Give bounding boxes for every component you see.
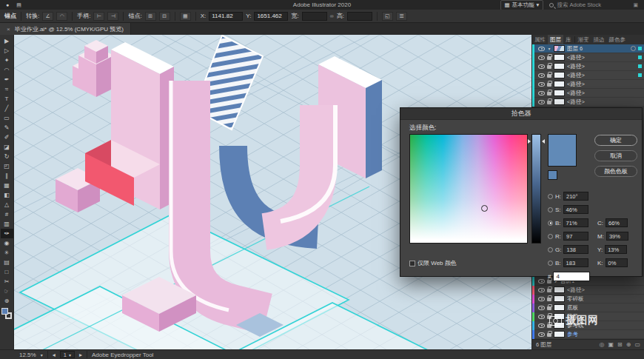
- layer-row[interactable]: <路径>: [532, 286, 644, 295]
- visibility-eye-icon[interactable]: [538, 73, 545, 78]
- hide-handles-button[interactable]: ⊣: [107, 12, 118, 21]
- b-rgb-value-field[interactable]: 183: [563, 258, 588, 267]
- layer-name[interactable]: <路径>: [567, 72, 636, 79]
- fill-swatch[interactable]: [1, 308, 8, 315]
- dialog-title[interactable]: 拾色器: [400, 108, 642, 120]
- visibility-eye-icon[interactable]: [538, 64, 545, 69]
- artboard-tool[interactable]: □: [1, 267, 13, 277]
- lasso-tool[interactable]: ◠: [1, 65, 13, 75]
- target-circle-icon[interactable]: [631, 46, 636, 51]
- lock-icon[interactable]: [547, 74, 551, 78]
- expand-chevron-icon[interactable]: ▾: [547, 46, 551, 51]
- layer-row[interactable]: <路径>: [532, 80, 644, 89]
- hex-input[interactable]: 4: [553, 272, 590, 281]
- tab-color-guide[interactable]: 颜色参: [607, 35, 628, 44]
- transform-icon[interactable]: ◱: [382, 12, 393, 21]
- layer-name[interactable]: <路径>: [567, 81, 642, 88]
- visibility-eye-icon[interactable]: [538, 279, 545, 283]
- next-artboard-icon[interactable]: ▸: [79, 352, 82, 358]
- width-tool[interactable]: ∥: [1, 171, 13, 181]
- pencil-tool[interactable]: ✐: [1, 132, 13, 142]
- app-home-icon[interactable]: ▣: [633, 2, 638, 8]
- visibility-eye-icon[interactable]: [538, 100, 545, 104]
- layer-row[interactable]: <路径>: [532, 98, 644, 107]
- zoom-chevron-icon[interactable]: ▾: [41, 352, 43, 358]
- current-tool-indicator[interactable]: Adobe Eyedropper Tool: [92, 352, 153, 358]
- paintbrush-tool[interactable]: ✎: [1, 123, 13, 132]
- layer-row[interactable]: <路径>: [532, 89, 644, 98]
- fill-stroke-swatches[interactable]: [1, 308, 12, 319]
- slider-marker-right-icon[interactable]: [542, 139, 545, 144]
- symbol-sprayer-tool[interactable]: ✳: [1, 248, 13, 258]
- layer-name[interactable]: 底板: [567, 304, 642, 312]
- document-tab[interactable]: × 毕业作业.ai* @ 12.5% (CMYK/GPU 预览): [0, 23, 131, 35]
- shape-builder-tool[interactable]: ◧: [1, 190, 13, 200]
- scale-tool[interactable]: ◰: [1, 161, 13, 171]
- layer-row[interactable]: ▾ 图层 6: [532, 44, 644, 53]
- eyedropper-tool[interactable]: ✑: [1, 229, 13, 238]
- h-radio[interactable]: [548, 194, 553, 199]
- lock-icon[interactable]: [547, 298, 551, 301]
- delete-layer-icon[interactable]: ▭: [634, 341, 640, 348]
- cancel-button[interactable]: 取消: [594, 150, 637, 161]
- selection-tool[interactable]: ▶: [1, 36, 13, 46]
- c-value-field[interactable]: 66%: [606, 218, 628, 227]
- layer-row[interactable]: <路径>: [532, 62, 644, 71]
- layer-row[interactable]: <路径>: [532, 53, 644, 62]
- lock-icon[interactable]: [547, 92, 551, 95]
- layer-row[interactable]: 底板: [532, 303, 644, 312]
- pen-tool[interactable]: ✒: [1, 75, 13, 84]
- visibility-eye-icon[interactable]: [538, 306, 545, 310]
- tab-properties[interactable]: 属性: [532, 35, 548, 44]
- zoom-tool[interactable]: ⊕: [1, 296, 13, 306]
- convert-corner-button[interactable]: ∠: [42, 12, 53, 21]
- add-anchor-button[interactable]: ⊞: [145, 12, 156, 21]
- ok-button[interactable]: 确定: [594, 135, 637, 146]
- new-sublayer-icon[interactable]: ⊞: [617, 341, 623, 348]
- visibility-eye-icon[interactable]: [538, 56, 545, 60]
- layer-name[interactable]: <路径>: [567, 286, 642, 294]
- layer-name[interactable]: <路径>: [567, 98, 642, 106]
- hand-tool[interactable]: ☞: [1, 286, 13, 296]
- lock-icon[interactable]: [547, 65, 551, 69]
- layer-row[interactable]: 零碎板: [532, 295, 644, 303]
- prev-artboard-icon[interactable]: ◂: [53, 352, 56, 358]
- g-radio[interactable]: [548, 247, 553, 252]
- layer-name[interactable]: <路径>: [567, 90, 642, 97]
- layer-name[interactable]: 图层 6: [567, 45, 628, 53]
- convert-smooth-button[interactable]: ◠: [56, 12, 67, 21]
- h-value-field[interactable]: 210°: [563, 192, 588, 201]
- slice-tool[interactable]: ✂: [1, 277, 13, 286]
- visibility-eye-icon[interactable]: [538, 315, 545, 319]
- curvature-tool[interactable]: ≈: [1, 84, 13, 94]
- x-coordinate-field[interactable]: 1141.82: [209, 12, 243, 21]
- slider-marker-left-icon[interactable]: [528, 139, 531, 144]
- lock-icon[interactable]: [547, 83, 551, 87]
- line-tool[interactable]: ╱: [1, 104, 13, 113]
- gradient-tool[interactable]: ▥: [1, 219, 13, 229]
- visibility-eye-icon[interactable]: [538, 323, 545, 328]
- color-field-marker[interactable]: [481, 205, 488, 212]
- stock-search-input[interactable]: 搜索 Adobe Stock: [549, 1, 627, 9]
- layer-name[interactable]: <路径>: [567, 63, 636, 70]
- visibility-eye-icon[interactable]: [538, 47, 545, 51]
- rotate-tool[interactable]: ↻: [1, 152, 13, 161]
- visibility-eye-icon[interactable]: [538, 82, 545, 87]
- r-radio[interactable]: [548, 234, 553, 239]
- lock-icon[interactable]: [547, 289, 551, 292]
- magic-wand-tool[interactable]: ✦: [1, 56, 13, 65]
- y-coordinate-field[interactable]: 1651.462: [254, 12, 288, 21]
- apple-menu-icon[interactable]: ●: [6, 2, 9, 7]
- zoom-level[interactable]: 12.5%: [19, 352, 36, 358]
- k-value-field[interactable]: 0%: [606, 258, 628, 267]
- tab-layers[interactable]: 图层: [548, 35, 563, 44]
- type-tool[interactable]: T: [1, 94, 13, 104]
- b-rgb-radio[interactable]: [548, 261, 553, 266]
- artboard-selector[interactable]: 1 ▾: [60, 351, 75, 358]
- rectangle-tool[interactable]: ▭: [1, 113, 13, 123]
- blend-tool[interactable]: ◉: [1, 238, 13, 248]
- lock-icon[interactable]: [547, 56, 551, 60]
- color-spectrum-slider[interactable]: [531, 134, 541, 244]
- layer-name[interactable]: 参考: [567, 331, 642, 338]
- r-value-field[interactable]: 97: [563, 232, 588, 241]
